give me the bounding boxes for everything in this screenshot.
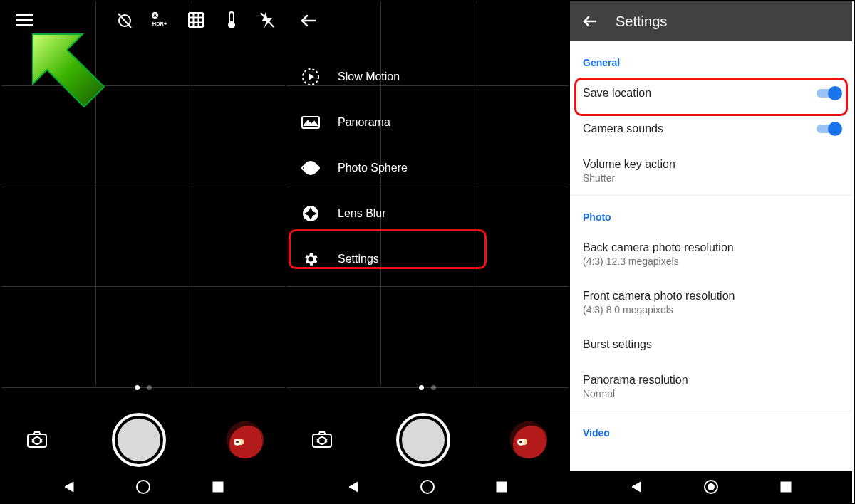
row-back-camera-resolution[interactable]: Back camera photo resolution (4:3) 12.3 … — [570, 230, 852, 278]
svg-marker-19 — [65, 482, 73, 492]
svg-marker-28 — [349, 482, 358, 492]
camera-tools: AHDR+ — [115, 1, 276, 38]
section-label-general: General — [570, 41, 852, 75]
menu-item-slow-motion[interactable]: Slow Motion — [286, 54, 569, 100]
svg-point-25 — [304, 162, 317, 174]
svg-rect-24 — [302, 117, 319, 128]
camera-mode-menu: Slow Motion Panorama Photo Sphere Lens B… — [286, 54, 569, 282]
shutter-inner — [118, 419, 160, 461]
row-title: Back camera photo resolution — [583, 241, 839, 254]
row-front-camera-resolution[interactable]: Front camera photo resolution (4:3) 8.0 … — [570, 278, 852, 327]
white-balance-icon[interactable] — [222, 11, 241, 29]
pane-camera-menu: Slow Motion Panorama Photo Sphere Lens B… — [285, 1, 569, 503]
settings-body[interactable]: General Save location Camera sounds Volu… — [570, 41, 852, 471]
svg-text:A: A — [153, 13, 157, 18]
android-navbar — [1, 471, 285, 503]
android-navbar — [570, 471, 852, 503]
menu-label: Photo Sphere — [338, 162, 408, 174]
menu-label: Panorama — [338, 116, 390, 129]
nav-recent-icon[interactable] — [777, 478, 794, 495]
last-photo-thumbnail[interactable] — [227, 421, 264, 458]
menu-item-panorama[interactable]: Panorama — [286, 100, 569, 145]
camera-controls — [1, 413, 285, 467]
nav-home-icon[interactable] — [136, 480, 150, 494]
mode-pager-dots — [1, 385, 285, 390]
row-title: Volume key action — [583, 158, 839, 171]
row-title: Front camera photo resolution — [583, 290, 839, 303]
nav-recent-icon[interactable] — [209, 478, 227, 495]
nav-home-icon[interactable] — [420, 480, 435, 494]
panorama-icon — [301, 112, 321, 132]
camera-controls — [286, 413, 569, 467]
row-volume-key-action[interactable]: Volume key action Shutter — [570, 147, 852, 196]
settings-appbar: Settings — [570, 1, 852, 41]
row-subtitle: Normal — [583, 388, 839, 399]
svg-rect-34 — [781, 482, 791, 492]
last-photo-thumbnail[interactable] — [510, 421, 547, 458]
section-label-photo: Photo — [570, 196, 852, 230]
back-arrow-icon[interactable] — [581, 13, 598, 30]
svg-text:HDR+: HDR+ — [152, 21, 167, 27]
menu-icon[interactable] — [16, 14, 33, 26]
toggle-camera-sounds[interactable] — [817, 122, 842, 136]
dot-active — [135, 385, 140, 390]
triptych: AHDR+ — [0, 0, 855, 504]
lens-blur-icon — [301, 204, 321, 224]
photo-sphere-icon — [301, 158, 321, 178]
row-save-location[interactable]: Save location — [570, 75, 852, 111]
switch-camera-icon[interactable] — [308, 426, 336, 454]
timer-off-icon[interactable] — [115, 11, 134, 29]
hdr-auto-icon[interactable]: AHDR+ — [151, 11, 170, 29]
back-arrow-icon[interactable] — [299, 11, 318, 30]
menu-label: Settings — [338, 253, 379, 266]
shutter-button[interactable] — [112, 413, 166, 467]
dot-inactive — [147, 385, 152, 390]
row-title: Panorama resolution — [583, 374, 839, 387]
svg-point-14 — [229, 22, 234, 28]
svg-rect-27 — [313, 434, 331, 447]
gear-icon — [301, 249, 321, 269]
menu-item-photo-sphere[interactable]: Photo Sphere — [286, 145, 569, 191]
camera-topbar: AHDR+ — [1, 1, 285, 38]
row-panorama-resolution[interactable]: Panorama resolution Normal — [570, 362, 852, 411]
row-subtitle: (4:3) 12.3 megapixels — [583, 256, 839, 267]
android-navbar — [286, 471, 569, 503]
dot-inactive — [431, 385, 436, 390]
svg-rect-29 — [497, 482, 507, 492]
menu-label: Slow Motion — [338, 70, 400, 83]
row-subtitle: Shutter — [583, 172, 839, 184]
appbar-title: Settings — [616, 14, 667, 30]
svg-marker-31 — [632, 482, 641, 492]
grid-icon[interactable] — [187, 11, 205, 29]
nav-recent-icon[interactable] — [493, 478, 510, 495]
nav-back-icon[interactable] — [345, 478, 362, 495]
dot-active — [419, 385, 424, 390]
nav-home-icon[interactable] — [703, 478, 720, 495]
pane-settings: Settings General Save location Camera so… — [569, 1, 852, 503]
switch-camera-icon[interactable] — [23, 426, 51, 454]
svg-rect-20 — [213, 482, 223, 492]
menu-item-lens-blur[interactable]: Lens Blur — [286, 191, 569, 236]
pane-camera-viewfinder: AHDR+ — [1, 1, 285, 503]
menu-item-settings[interactable]: Settings — [286, 236, 569, 282]
nav-back-icon[interactable] — [628, 478, 645, 495]
row-title: Save location — [583, 87, 839, 100]
svg-marker-23 — [309, 73, 314, 80]
slow-motion-icon — [301, 67, 321, 87]
nav-back-icon[interactable] — [61, 478, 78, 495]
menu-label: Lens Blur — [338, 207, 386, 220]
toggle-save-location[interactable] — [817, 86, 842, 100]
row-camera-sounds[interactable]: Camera sounds — [570, 111, 852, 147]
shutter-inner — [402, 419, 445, 461]
mode-pager-dots — [286, 385, 569, 390]
svg-point-33 — [708, 484, 714, 490]
row-burst-settings[interactable]: Burst settings — [570, 327, 852, 362]
row-title: Burst settings — [583, 338, 839, 351]
shutter-button[interactable] — [396, 413, 450, 467]
row-subtitle: (4:3) 8.0 megapixels — [583, 304, 839, 315]
flash-off-icon[interactable] — [258, 11, 276, 29]
section-label-video: Video — [570, 411, 852, 446]
svg-rect-18 — [28, 434, 46, 447]
row-title: Camera sounds — [583, 122, 839, 135]
